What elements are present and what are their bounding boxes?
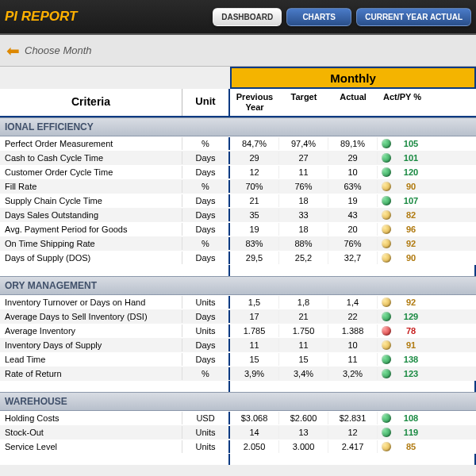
table-row: Stock-OutUnits141312119 [0, 425, 476, 440]
table-row: Cash to Cash Cycle TimeDays292729101 [0, 151, 476, 165]
actual-cell: 63% [328, 180, 378, 193]
actual-cell: 12 [328, 426, 378, 439]
indicator-cell [378, 442, 395, 451]
unit-cell: % [182, 237, 230, 250]
status-dot-icon [382, 196, 391, 205]
prev-cell: 15 [230, 353, 279, 366]
report-body: IONAL EFFICIENCYPerfect Order Measuremen… [0, 117, 476, 465]
actual-cell: $2.831 [328, 412, 378, 424]
table-row: Lead TimeDays151511138 [0, 352, 476, 367]
target-cell: 21 [279, 310, 328, 323]
target-cell: 25,2 [279, 251, 328, 264]
target-cell: 11 [279, 166, 328, 178]
table-row: Average InventoryUnits1.7851.7501.38878 [0, 324, 476, 338]
header-unit: Unit [182, 89, 230, 116]
actual-cell: 19 [328, 194, 378, 207]
table-row: Avg. Payment Period for GoodsDays1918209… [0, 222, 476, 236]
prev-cell: 11 [230, 339, 279, 351]
table-row: Supply Chain Cycle TimeDays211819107 [0, 194, 476, 208]
actual-cell: 22 [328, 310, 378, 323]
section-header: WAREHOUSE [0, 392, 476, 411]
unit-cell: Units [182, 296, 230, 309]
status-dot-icon [382, 442, 391, 451]
target-cell: 13 [279, 426, 328, 439]
target-cell: 11 [279, 339, 328, 351]
current-year-button[interactable]: CURRENT YEAR ACTUAL [356, 8, 471, 26]
criteria-cell: Rate of Return [0, 367, 182, 380]
target-cell: 97,4% [279, 137, 328, 150]
pct-cell: 119 [395, 426, 427, 439]
indicator-cell [378, 428, 395, 437]
target-cell: 18 [279, 223, 328, 236]
actual-cell: 1.388 [328, 324, 378, 337]
table-row: Inventory Turnover or Days on HandUnits1… [0, 295, 476, 309]
criteria-cell: Inventory Days of Supply [0, 339, 182, 351]
table-row: Holding CostsUSD$3.068$2.600$2.831108 [0, 411, 476, 425]
column-headers: Criteria Unit Previous Year Target Actua… [0, 89, 476, 117]
unit-cell: Days [182, 166, 230, 178]
status-dot-icon [382, 225, 391, 234]
prev-cell: 12 [230, 166, 279, 178]
prev-cell: $3.068 [230, 412, 279, 424]
indicator-cell [378, 413, 395, 423]
prev-cell: 21 [230, 194, 279, 207]
pct-cell: 85 [395, 440, 427, 453]
prev-cell: 1,5 [230, 296, 279, 309]
pct-cell: 138 [395, 353, 427, 366]
unit-cell: Days [182, 251, 230, 264]
status-dot-icon [382, 312, 391, 321]
arrow-left-icon[interactable]: ⬅ [6, 41, 20, 60]
pct-cell: 101 [395, 152, 427, 164]
criteria-cell: Average Days to Sell Inventory (DSI) [0, 310, 182, 323]
pct-cell: 90 [395, 251, 427, 264]
unit-cell: % [182, 180, 230, 193]
pct-cell: 96 [395, 223, 427, 236]
status-dot-icon [382, 182, 391, 191]
criteria-cell: On Time Shipping Rate [0, 237, 182, 250]
criteria-cell: Days Sales Outstanding [0, 209, 182, 221]
prev-cell: 84,7% [230, 137, 279, 150]
criteria-cell: Days of Supply (DOS) [0, 251, 182, 264]
unit-cell: Days [182, 223, 230, 236]
prev-cell: 14 [230, 426, 279, 439]
controls-bar: ⬅ Choose Month [0, 35, 476, 67]
actual-cell: 43 [328, 209, 378, 221]
status-dot-icon [382, 239, 391, 248]
status-dot-icon [382, 210, 391, 220]
indicator-cell [378, 253, 395, 263]
unit-cell: Units [182, 440, 230, 453]
indicator-cell [378, 196, 395, 205]
target-cell: 3.000 [279, 440, 328, 453]
criteria-cell: Cash to Cash Cycle Time [0, 152, 182, 164]
header-actpy: Act/PY % [378, 89, 427, 116]
indicator-cell [378, 139, 395, 148]
pct-cell: 78 [395, 324, 427, 337]
choose-month-label[interactable]: Choose Month [25, 44, 92, 56]
table-row: Average Days to Sell Inventory (DSI)Days… [0, 309, 476, 324]
unit-cell: USD [182, 412, 230, 424]
prev-cell: 29,5 [230, 251, 279, 264]
target-cell: 3,4% [279, 367, 328, 380]
target-cell: 76% [279, 180, 328, 193]
target-cell: $2.600 [279, 412, 328, 424]
pct-cell: 82 [395, 209, 427, 221]
actual-cell: 2.417 [328, 440, 378, 453]
dashboard-button[interactable]: DASHBOARD [213, 8, 282, 26]
actual-cell: 10 [328, 339, 378, 351]
criteria-cell: Inventory Turnover or Days on Hand [0, 296, 182, 309]
status-dot-icon [382, 139, 391, 148]
prev-cell: 1.785 [230, 324, 279, 337]
pct-cell: 108 [395, 412, 427, 424]
pct-cell: 123 [395, 367, 427, 380]
actual-cell: 29 [328, 152, 378, 164]
indicator-cell [378, 326, 395, 336]
unit-cell: % [182, 137, 230, 150]
indicator-cell [378, 369, 395, 378]
charts-button[interactable]: CHARTS [286, 8, 351, 26]
pct-cell: 92 [395, 237, 427, 250]
target-cell: 15 [279, 353, 328, 366]
indicator-cell [378, 312, 395, 321]
section-header: ORY MANAGEMENT [0, 276, 476, 295]
unit-cell: Days [182, 152, 230, 164]
indicator-cell [378, 182, 395, 191]
